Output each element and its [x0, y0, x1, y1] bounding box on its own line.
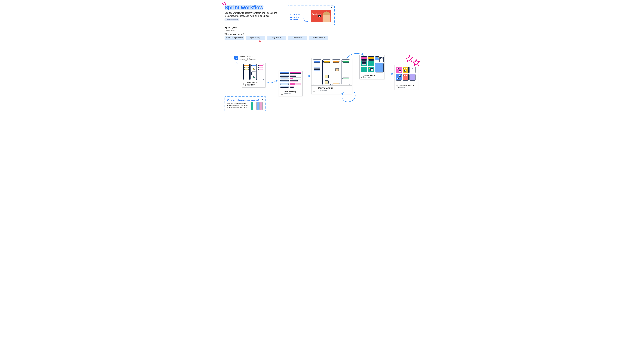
- svg-line-12: [263, 98, 264, 99]
- thumbnail: [279, 71, 302, 90]
- insert-template-icon: [280, 92, 282, 94]
- sprint-goal-label: Sprint goal:: [224, 26, 237, 29]
- step-question: What step are we on?: [224, 33, 244, 35]
- learn-more-callout: Learn more about this template Sprint wo…: [288, 5, 335, 25]
- thumbnail: [242, 63, 266, 81]
- thumbnail: [394, 65, 418, 84]
- card-daily-standup[interactable]: Daily standup Lucidspark: [311, 58, 352, 94]
- card-sprint-review[interactable]: Sprint review Lucidspark: [360, 55, 385, 79]
- insert-template-icon: [313, 88, 316, 91]
- boards-icon: [226, 19, 228, 20]
- hint-heading: Not in the refinement stage quite yet?: [227, 99, 263, 101]
- sprint-dates: [Sprint dates]: [224, 29, 237, 31]
- svg-line-6: [331, 7, 332, 8]
- svg-point-7: [236, 57, 237, 58]
- card-subtitle: Lucidspark: [284, 93, 301, 94]
- mini-thumbnail: [251, 102, 262, 110]
- card-subtitle: Lucidspark: [364, 76, 383, 78]
- hint-body: Start with the Initial backlog creation …: [227, 102, 250, 108]
- page-subtitle: Use this workflow to gather your team an…: [224, 12, 278, 17]
- sprint-goal-section: Sprint goal: [Sprint dates]: [224, 26, 237, 31]
- sparkle-icon: [262, 98, 265, 101]
- star-decoration-icon: [406, 55, 420, 67]
- card-sprint-planning[interactable]: Sprint planning Lucidspark: [278, 71, 302, 96]
- step-sprint-retrospective[interactable]: Sprint retrospective: [308, 36, 328, 40]
- card-title: Sprint retrospective: [400, 85, 417, 86]
- svg-rect-3: [226, 19, 227, 20]
- presenter-avatar: [322, 12, 330, 22]
- video-thumbnail[interactable]: Sprint workflow template: [311, 10, 331, 22]
- svg-line-11: [262, 98, 263, 99]
- page-title: Sprint workflow: [224, 5, 264, 11]
- curved-arrow-icon: [302, 18, 309, 23]
- step-buttons: Product backlog refinement Sprint planni…: [224, 36, 328, 40]
- insert-template-icon: [396, 85, 398, 88]
- step-product-backlog-refinement[interactable]: Product backlog refinement: [224, 36, 244, 40]
- card-sprint-retrospective[interactable]: Sprint retrospective Lucidspark: [394, 65, 418, 90]
- card-title: Product backlog refinement: [247, 82, 264, 85]
- breakout-boards-button[interactable]: Breakout boards: [224, 18, 239, 21]
- card-title: Sprint planning: [284, 91, 301, 93]
- tip-arrow-icon: [236, 61, 241, 65]
- card-title: Sprint review: [364, 74, 383, 76]
- svg-line-1: [225, 3, 225, 4]
- card-subtitle: Lucidspark: [247, 85, 264, 87]
- lightbulb-icon: [234, 56, 238, 60]
- thumbnail: [360, 55, 384, 73]
- insert-template-icon: [361, 75, 363, 78]
- step-daily-standup[interactable]: Daily standup: [266, 36, 286, 40]
- step-sprint-review[interactable]: Sprint review: [288, 36, 307, 40]
- card-product-backlog-refinement[interactable]: Product backlog refinement Lucidspark: [242, 63, 266, 88]
- svg-line-0: [222, 3, 224, 5]
- current-step-marker: [259, 40, 261, 42]
- sparkle-icon: [331, 7, 333, 9]
- facilitator-tip: Facilitators: Open each link and click t…: [234, 56, 256, 62]
- card-subtitle: Lucidspark: [400, 86, 417, 88]
- play-icon: [318, 15, 321, 17]
- insert-template-icon: [244, 83, 246, 85]
- breakout-boards-label: Breakout boards: [228, 19, 238, 20]
- card-subtitle: Lucidspark: [318, 90, 351, 92]
- initial-backlog-callout: Not in the refinement stage quite yet? S…: [224, 96, 266, 111]
- step-sprint-planning[interactable]: Sprint planning: [246, 36, 265, 40]
- svg-line-10: [262, 99, 263, 100]
- card-title: Daily standup: [318, 87, 351, 89]
- thumbnail: [312, 58, 352, 86]
